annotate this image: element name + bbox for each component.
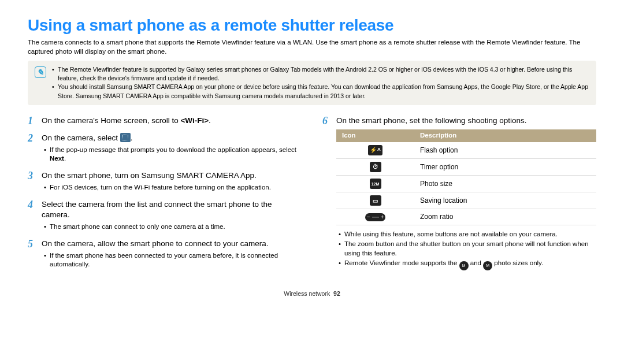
note-callout: ✎ The Remote Viewfinder feature is suppo…	[28, 61, 596, 105]
post-note: The zoom button and the shutter button o…	[339, 240, 596, 258]
step-text: On the camera, allow the smart phone to …	[42, 239, 302, 270]
step-text: On the smart phone, turn on Samsung SMAR…	[42, 170, 302, 194]
flash-icon	[368, 145, 382, 155]
step-5: 5 On the camera, allow the smart phone t…	[28, 239, 302, 270]
step-number: 5	[28, 239, 37, 270]
table-row: Timer option	[336, 158, 596, 175]
step-3: 3 On the smart phone, turn on Samsung SM…	[28, 170, 302, 194]
post-note: Remote Viewfinder mode supports the M an…	[339, 259, 596, 270]
table-row: −+ Zoom ratio	[336, 209, 596, 225]
footer-section: Wireless network	[284, 290, 330, 297]
cell-icon	[336, 158, 414, 175]
step-2: 2 On the camera, select . If the pop-up …	[28, 133, 302, 165]
page-footer: Wireless network 92	[28, 290, 596, 297]
step-number: 1	[28, 116, 37, 127]
step-number: 4	[28, 199, 37, 233]
sub-bullet-list: The smart phone can connect to only one …	[44, 222, 302, 232]
note-item: The Remote Viewfinder feature is support…	[52, 65, 589, 83]
post-note-list: While using this feature, some buttons a…	[339, 230, 596, 270]
cell-icon	[336, 192, 414, 209]
options-table: Icon Description Flash option Ti	[336, 129, 596, 225]
step-number: 3	[28, 170, 37, 194]
photo-size-icon	[370, 179, 381, 189]
remote-viewfinder-icon	[120, 133, 131, 142]
saving-location-icon	[370, 195, 381, 206]
sub-bullet: If the pop-up message that prompts you t…	[44, 146, 302, 164]
timer-icon	[370, 162, 381, 172]
two-column-layout: 1 On the camera's Home screen, scroll to…	[28, 116, 596, 277]
cell-desc: Photo size	[414, 175, 596, 192]
sub-bullet-list: If the pop-up message that prompts you t…	[44, 146, 302, 164]
step-text: On the camera, select . If the pop-up me…	[42, 133, 302, 165]
zoom-ratio-icon: −+	[365, 213, 386, 221]
cell-desc: Saving location	[414, 192, 596, 209]
size-icon-b: M	[483, 261, 492, 270]
th-icon: Icon	[336, 129, 414, 142]
table-row: Photo size	[336, 175, 596, 192]
step-text: On the smart phone, set the following sh…	[336, 116, 596, 272]
cell-desc: Zoom ratio	[414, 209, 596, 225]
step-1: 1 On the camera's Home screen, scroll to…	[28, 116, 302, 127]
note-list: The Remote Viewfinder feature is support…	[52, 65, 589, 101]
step-4: 4 Select the camera from the list and co…	[28, 199, 302, 233]
table-row: Saving location	[336, 192, 596, 209]
note-item: You should install Samsung SMART CAMERA …	[52, 83, 589, 100]
sub-bullet: The smart phone can connect to only one …	[44, 222, 302, 232]
cell-icon: −+	[336, 209, 414, 225]
cell-desc: Timer option	[414, 158, 596, 175]
sub-bullet-list: For iOS devices, turn on the Wi-Fi featu…	[44, 183, 302, 192]
sub-bullet: For iOS devices, turn on the Wi-Fi featu…	[44, 183, 302, 192]
note-icon: ✎	[35, 66, 46, 78]
cell-icon	[336, 175, 414, 192]
right-column: 6 On the smart phone, set the following …	[322, 116, 596, 277]
post-note: While using this feature, some buttons a…	[339, 230, 596, 239]
step-number: 2	[28, 133, 37, 165]
cell-desc: Flash option	[414, 142, 596, 159]
intro-text: The camera connects to a smart phone tha…	[28, 38, 596, 56]
page-title: Using a smart phone as a remote shutter …	[28, 16, 596, 35]
footer-page-number: 92	[333, 290, 340, 297]
sub-bullet: If the smart phone has been connected to…	[44, 251, 302, 269]
step-6: 6 On the smart phone, set the following …	[322, 116, 596, 272]
sub-bullet-list: If the smart phone has been connected to…	[44, 251, 302, 269]
page-root: Using a smart phone as a remote shutter …	[0, 0, 624, 309]
left-column: 1 On the camera's Home screen, scroll to…	[28, 116, 302, 277]
step-text: On the camera's Home screen, scroll to <…	[42, 116, 302, 127]
th-description: Description	[414, 129, 596, 142]
cell-icon	[336, 142, 414, 159]
table-row: Flash option	[336, 142, 596, 159]
step-number: 6	[322, 116, 332, 272]
size-icon-a: M	[459, 261, 469, 270]
step-text: Select the camera from the list and conn…	[42, 199, 302, 233]
